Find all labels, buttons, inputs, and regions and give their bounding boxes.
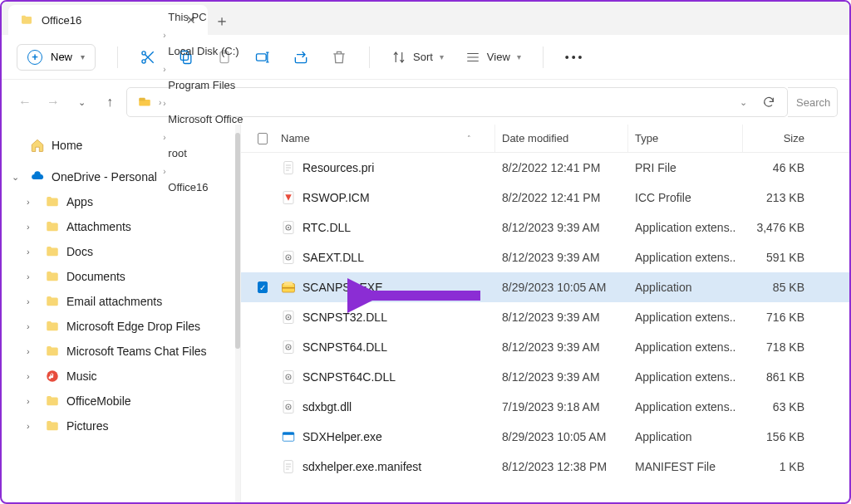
file-icon	[281, 369, 296, 384]
file-icon	[281, 399, 296, 414]
column-date[interactable]: Date modified	[495, 125, 628, 152]
file-row[interactable]: ✓SCANPST.EXE8/29/2023 10:05 AMApplicatio…	[241, 272, 849, 302]
file-row[interactable]: SCNPST64C.DLL8/12/2023 9:39 AMApplicatio…	[241, 362, 849, 392]
chevron-right-icon[interactable]: ›	[27, 197, 38, 207]
forward-button[interactable]: →	[42, 91, 65, 114]
sidebar-item[interactable]: ›Documents	[8, 264, 237, 289]
folder-icon	[20, 13, 33, 27]
column-type[interactable]: Type	[628, 125, 743, 152]
delete-icon[interactable]	[331, 49, 347, 66]
file-size: 1 KB	[743, 460, 811, 473]
column-size[interactable]: Size	[743, 125, 811, 152]
breadcrumb-item[interactable]: Program Files	[163, 76, 248, 95]
svg-rect-19	[284, 281, 293, 286]
cut-icon[interactable]	[140, 49, 156, 66]
file-size: 591 KB	[743, 251, 811, 264]
share-icon[interactable]	[293, 49, 309, 66]
more-button[interactable]: •••	[565, 51, 585, 64]
sidebar-item-label: Microsoft Edge Drop Files	[66, 320, 200, 333]
svg-point-32	[288, 406, 289, 408]
drive-icon[interactable]	[132, 91, 157, 113]
sidebar-item[interactable]: ›OfficeMobile	[8, 389, 237, 413]
file-row[interactable]: SCNPST64.DLL8/12/2023 9:39 AMApplication…	[241, 332, 849, 362]
chevron-right-icon[interactable]: ›	[163, 65, 165, 74]
row-checkbox[interactable]: ✓	[251, 281, 274, 293]
address-dropdown[interactable]: ⌄	[733, 97, 754, 108]
chevron-right-icon[interactable]: ›	[163, 31, 165, 40]
sidebar-item[interactable]: ›Apps	[8, 189, 237, 214]
sidebar-item[interactable]: ›Microsoft Teams Chat Files	[8, 339, 237, 364]
chevron-right-icon[interactable]: ›	[27, 396, 38, 406]
breadcrumb-item[interactable]: This PC	[163, 7, 248, 27]
chevron-right-icon[interactable]: ›	[159, 98, 161, 107]
up-button[interactable]: ↑	[98, 91, 121, 114]
file-row[interactable]: Resources.pri8/2/2022 12:41 PMPRI File46…	[241, 153, 849, 183]
file-size: 213 KB	[743, 191, 811, 204]
file-row[interactable]: RTC.DLL8/12/2023 9:39 AMApplication exte…	[241, 213, 849, 242]
view-button[interactable]: View ▾	[465, 50, 521, 65]
chevron-right-icon[interactable]: ›	[27, 296, 38, 306]
chevron-down-icon[interactable]: ⌄	[12, 172, 23, 183]
back-button[interactable]: ←	[13, 91, 37, 114]
file-name: sdxbgt.dll	[303, 400, 352, 413]
chevron-right-icon[interactable]: ›	[27, 321, 38, 331]
search-input[interactable]: Search	[788, 87, 838, 117]
nav-row: ← → ⌄ ↑ › This PC›Local Disk (C:)›Progra…	[2, 80, 849, 125]
separator	[117, 46, 118, 68]
sidebar-item[interactable]: ›Pictures	[8, 413, 237, 438]
file-date: 8/12/2023 9:39 AM	[495, 340, 628, 354]
recent-button[interactable]: ⌄	[70, 91, 93, 114]
folder-icon	[45, 294, 60, 309]
breadcrumb-item[interactable]: Local Disk (C:)	[163, 42, 248, 61]
chevron-right-icon[interactable]: ›	[27, 371, 38, 381]
sidebar-item[interactable]: ›Email attachments	[8, 289, 237, 314]
refresh-button[interactable]	[755, 95, 782, 109]
music-icon	[45, 369, 60, 384]
sidebar-item[interactable]: ›Microsoft Edge Drop Files	[8, 314, 237, 339]
file-row[interactable]: SAEXT.DLL8/12/2023 9:39 AMApplication ex…	[241, 242, 849, 272]
rename-icon[interactable]	[254, 49, 271, 66]
svg-point-0	[142, 59, 145, 62]
new-button[interactable]: + New ▾	[17, 44, 96, 71]
chevron-right-icon[interactable]: ›	[27, 346, 38, 356]
chevron-right-icon[interactable]: ›	[163, 99, 165, 108]
sidebar-item-label: Pictures	[66, 419, 109, 433]
address-bar[interactable]: › This PC›Local Disk (C:)›Program Files›…	[126, 87, 788, 117]
file-row[interactable]: RSWOP.ICM8/2/2022 12:41 PMICC Profile213…	[241, 183, 849, 213]
sidebar-scrollbar[interactable]	[235, 125, 240, 502]
file-name: Resources.pri	[303, 161, 374, 174]
file-icon	[281, 429, 296, 444]
folder-icon	[45, 418, 60, 433]
file-row[interactable]: SCNPST32.DLL8/12/2023 9:39 AMApplication…	[241, 302, 849, 332]
select-all-checkbox[interactable]	[251, 125, 274, 152]
file-type: Application extens..	[628, 251, 743, 264]
sidebar-item[interactable]: ›Music	[8, 364, 237, 389]
file-date: 8/12/2023 9:39 AM	[495, 221, 628, 234]
file-icon	[281, 250, 296, 265]
chevron-right-icon[interactable]: ›	[27, 247, 38, 257]
sidebar-home[interactable]: Home	[8, 133, 237, 158]
sort-button[interactable]: Sort ▾	[391, 50, 444, 65]
sidebar-item-label: OfficeMobile	[66, 394, 131, 408]
file-date: 8/29/2023 10:05 AM	[495, 281, 628, 294]
file-type: Application extens..	[628, 400, 743, 413]
sidebar-item[interactable]: ›Docs	[8, 239, 237, 264]
file-row[interactable]: sdxhelper.exe.manifest8/12/2023 12:38 PM…	[241, 452, 849, 482]
svg-rect-34	[283, 433, 294, 435]
sidebar-onedrive[interactable]: ⌄ OneDrive - Personal	[8, 164, 237, 189]
column-name[interactable]: Name˄	[274, 125, 495, 152]
column-headers: Name˄ Date modified Type Size	[241, 125, 849, 153]
file-size: 3,476 KB	[743, 221, 811, 234]
sidebar-item[interactable]: ›Attachments	[8, 214, 237, 239]
file-size: 46 KB	[743, 161, 811, 174]
chevron-right-icon[interactable]: ›	[27, 272, 38, 281]
sidebar-item-label: Documents	[66, 270, 125, 283]
file-size: 718 KB	[743, 340, 811, 354]
chevron-right-icon[interactable]: ›	[27, 222, 38, 232]
sidebar-item-label: Email attachments	[66, 295, 162, 308]
folder-icon	[45, 319, 60, 334]
toolbar: + New ▾ Sort ▾ View	[2, 35, 849, 80]
file-row[interactable]: sdxbgt.dll7/19/2023 9:18 AMApplication e…	[241, 392, 849, 422]
chevron-right-icon[interactable]: ›	[27, 421, 38, 431]
file-row[interactable]: SDXHelper.exe8/29/2023 10:05 AMApplicati…	[241, 422, 849, 452]
